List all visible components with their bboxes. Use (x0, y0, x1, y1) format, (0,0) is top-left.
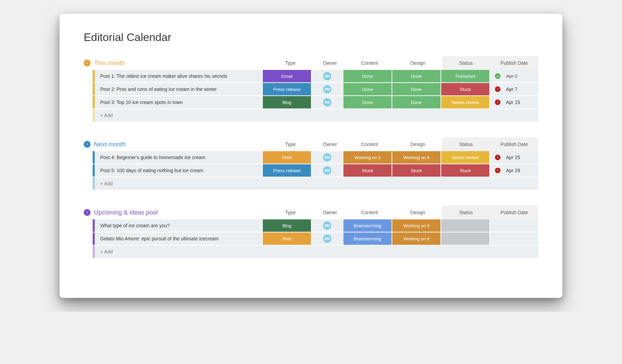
design-cell[interactable]: Done (392, 96, 440, 108)
group-title[interactable]: Next month (94, 141, 126, 148)
col-type: Type (266, 137, 314, 151)
add-row-label[interactable]: + Add (95, 109, 538, 122)
owner-cell[interactable]: DM (312, 70, 343, 82)
date-cell[interactable] (490, 219, 538, 232)
owner-cell[interactable]: MS (312, 96, 343, 108)
design-cell[interactable]: Stuck (392, 164, 440, 177)
group-title[interactable]: This month (94, 60, 125, 67)
check-icon (495, 73, 500, 79)
col-status: Status (442, 56, 490, 70)
row-name[interactable]: Post 4: Beginner's guide to homemade ice… (95, 151, 262, 164)
status-cell[interactable]: Published (441, 70, 489, 82)
column-headers: TypeOwnerContentDesignStatusPublish Date (266, 137, 538, 151)
group-title[interactable]: Upcoming & ideas pool (94, 209, 158, 216)
design-cell[interactable]: Working on it (392, 219, 440, 232)
svg-rect-0 (497, 88, 498, 90)
content-cell[interactable]: Done (343, 70, 392, 82)
add-row[interactable]: + Add (93, 177, 538, 190)
table-row[interactable]: Post 1: The oldest ice cream maker alive… (93, 70, 538, 82)
col-design: Design (394, 137, 442, 151)
row-name[interactable]: Post 2: Pros and cons of eating ice crea… (95, 83, 262, 95)
owner-cell[interactable]: DM (312, 151, 343, 164)
col-date: Publish Date (490, 206, 538, 219)
type-cell[interactable]: Blog (263, 219, 311, 232)
content-cell[interactable]: Brainstorming (343, 232, 392, 245)
type-cell[interactable]: Press release (263, 164, 311, 177)
date-text: Apr 2 (506, 73, 517, 79)
date-text: Apr 7 (506, 86, 517, 92)
table-row[interactable]: Gelato Mio Amore: epic pursuit of the ul… (93, 232, 538, 245)
owner-avatar: DM (323, 85, 331, 93)
table-row[interactable]: Post 2: Pros and cons of eating ice crea… (93, 83, 538, 95)
status-cell[interactable]: Stuck (441, 83, 489, 95)
add-row[interactable]: + Add (93, 246, 538, 258)
content-cell[interactable]: Done (343, 83, 392, 95)
status-cell[interactable]: Needs review (441, 96, 489, 108)
date-cell[interactable]: Apr 7 (490, 83, 538, 95)
status-cell[interactable]: Stuck (441, 164, 489, 177)
row-name[interactable]: What type of ice cream are you? (95, 219, 262, 232)
design-cell[interactable]: Done (392, 83, 440, 95)
col-status: Status (442, 206, 490, 219)
owner-cell[interactable]: DM (312, 232, 343, 245)
content-cell[interactable]: Brainstorming (343, 219, 392, 232)
group-header: Upcoming & ideas poolTypeOwnerContentDes… (84, 206, 538, 219)
row-name[interactable]: Gelato Mio Amore: epic pursuit of the ul… (95, 232, 262, 245)
column-headers: TypeOwnerContentDesignStatusPublish Date (266, 56, 538, 70)
date-text: Apr 15 (506, 100, 520, 105)
table-row[interactable]: What type of ice cream are you?BlogDMBra… (93, 219, 538, 232)
date-cell[interactable]: Apr 15 (490, 96, 538, 108)
col-design: Design (394, 206, 442, 219)
add-row-label[interactable]: + Add (95, 177, 538, 190)
type-cell[interactable]: Blog (263, 96, 311, 108)
group: This monthTypeOwnerContentDesignStatusPu… (84, 56, 538, 122)
owner-avatar: DM (323, 153, 331, 162)
table-row[interactable]: Post 4: Beginner's guide to homemade ice… (93, 151, 538, 164)
table-row[interactable]: Post 5: 100 days of eating nothing but i… (93, 164, 538, 177)
page-title: Editorial Calendar (84, 31, 538, 44)
status-cell[interactable] (441, 219, 489, 232)
owner-cell[interactable]: DM (312, 83, 343, 95)
status-cell[interactable] (441, 232, 489, 245)
owner-avatar: DM (323, 72, 331, 80)
add-row[interactable]: + Add (93, 109, 538, 122)
table-row[interactable]: Post 3: Top 10 ice cream spots in townBl… (93, 96, 538, 108)
type-cell[interactable]: Press release (263, 83, 311, 95)
owner-avatar: DM (323, 221, 331, 230)
add-row-label[interactable]: + Add (95, 246, 538, 258)
type-cell[interactable]: Print (263, 232, 311, 245)
status-cell[interactable]: Needs review (441, 151, 489, 164)
owner-avatar: MS (323, 98, 331, 106)
content-cell[interactable]: Stuck (343, 164, 392, 177)
row-name[interactable]: Post 3: Top 10 ice cream spots in town (95, 96, 262, 108)
chevron-down-icon (85, 61, 89, 65)
date-cell[interactable] (490, 232, 538, 245)
collapse-toggle[interactable] (84, 60, 91, 66)
design-cell[interactable]: Working on it (392, 232, 440, 245)
design-cell[interactable]: Done (392, 70, 440, 82)
collapse-toggle[interactable] (84, 209, 91, 216)
row-name[interactable]: Post 5: 100 days of eating nothing but i… (95, 164, 262, 177)
date-text: Apr 28 (506, 168, 520, 173)
type-cell[interactable]: Print (263, 151, 311, 164)
col-owner: Owner (314, 137, 345, 151)
type-cell[interactable]: Email (263, 70, 311, 82)
col-content: Content (345, 206, 394, 219)
design-cell[interactable]: Working on it (392, 151, 440, 164)
row-name[interactable]: Post 1: The oldest ice cream maker alive… (95, 70, 262, 82)
col-content: Content (345, 56, 394, 70)
content-cell[interactable]: Working on it (343, 151, 392, 164)
date-cell[interactable]: Apr 25 (490, 151, 538, 164)
owner-cell[interactable]: DM (312, 219, 343, 232)
date-cell[interactable]: Apr 2 (490, 70, 538, 82)
col-content: Content (345, 137, 394, 151)
collapse-toggle[interactable] (84, 141, 91, 148)
svg-point-7 (497, 171, 498, 172)
content-cell[interactable]: Done (343, 96, 392, 108)
col-type: Type (266, 56, 314, 70)
alert-icon (495, 168, 500, 173)
column-headers: TypeOwnerContentDesignStatusPublish Date (266, 206, 538, 219)
owner-cell[interactable]: DM (312, 164, 343, 177)
svg-rect-6 (497, 169, 498, 171)
date-cell[interactable]: Apr 28 (490, 164, 538, 177)
